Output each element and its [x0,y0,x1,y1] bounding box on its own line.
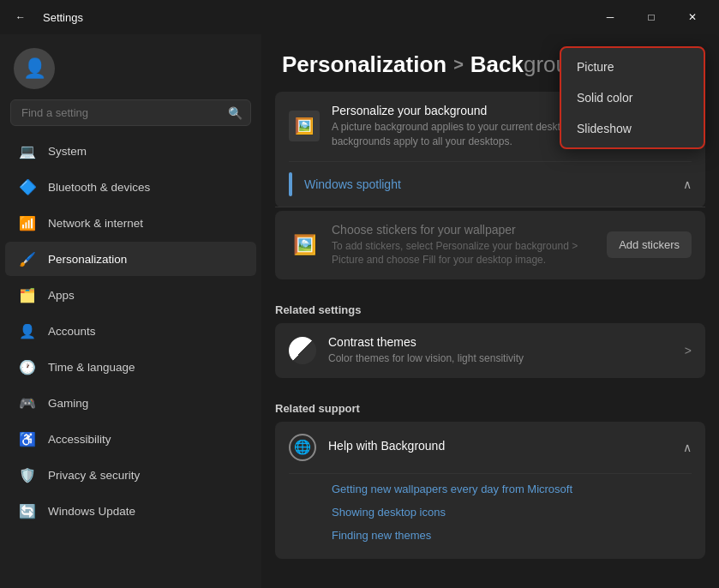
sticker-icon: 🖼️ [289,230,320,261]
windows-spotlight-label: Windows spotlight [304,177,671,191]
search-box[interactable]: 🔍 [10,99,251,126]
sidebar-item-time[interactable]: 🕐 Time & language [5,350,256,384]
search-input[interactable] [10,99,251,126]
minimize-button[interactable]: ─ [590,3,630,31]
contrast-themes-row: Contrast themes Color themes for low vis… [275,323,705,378]
accessibility-icon: ♿ [19,430,36,447]
network-icon: 📶 [19,214,36,231]
bluetooth-icon: 🔷 [19,178,36,195]
dropdown-item-slideshow[interactable]: Slideshow [561,113,704,144]
sidebar-item-system[interactable]: 💻 System [5,134,256,168]
sticker-card-text: Choose stickers for your wallpaper To ad… [332,223,595,268]
windows-spotlight-chevron[interactable]: ∧ [683,177,692,191]
background-icon: 🖼️ [289,111,320,141]
sidebar-item-label: Gaming [48,397,88,410]
spotlight-accent [289,172,292,196]
help-background-chevron[interactable]: ∧ [683,441,692,454]
avatar: 👤 [14,48,55,89]
title-bar: ← Settings ─ □ ✕ [0,0,719,34]
sidebar-item-accessibility[interactable]: ♿ Accessibility [5,422,256,456]
content-area: Picture Solid color Slideshow Personaliz… [261,34,719,588]
sidebar-item-apps[interactable]: 🗂️ Apps [5,278,256,312]
sidebar-item-label: Bluetooth & devices [48,181,150,194]
help-link-themes[interactable]: Finding new themes [289,524,692,547]
help-links: Getting new wallpapers every day from Mi… [275,474,705,559]
help-card-section: 🌐 Help with Background ∧ Getting new wal… [261,422,719,573]
windows-spotlight-row[interactable]: Windows spotlight ∧ [275,162,705,207]
contrast-themes-text: Contrast themes Color themes for low vis… [328,335,673,366]
app-body: 👤 🔍 💻 System 🔷 Bluetooth & devices 📶 Net… [0,34,719,588]
sidebar-item-update[interactable]: 🔄 Windows Update [5,494,256,528]
sidebar-item-label: Windows Update [48,505,135,518]
sticker-card-desc: To add stickers, select Personalize your… [332,239,595,268]
contrast-themes-title: Contrast themes [328,335,673,349]
help-link-wallpapers[interactable]: Getting new wallpapers every day from Mi… [289,477,692,501]
dropdown-item-picture[interactable]: Picture [561,51,704,82]
personalization-icon: 🖌️ [19,250,36,267]
help-background-card: 🌐 Help with Background ∧ Getting new wal… [275,422,705,559]
sidebar-item-label: Apps [48,289,75,302]
title-bar-left: ← Settings [7,3,83,31]
related-support-label: Related support [261,392,719,422]
add-stickers-button[interactable]: Add stickers [607,231,692,258]
contrast-themes-card[interactable]: Contrast themes Color themes for low vis… [275,323,705,378]
privacy-icon: 🛡️ [19,466,36,483]
help-globe-icon: 🌐 [289,434,316,461]
sticker-card: 🖼️ Choose stickers for your wallpaper To… [275,211,705,280]
gaming-icon: 🎮 [19,394,36,411]
window-controls: ─ □ ✕ [590,3,712,31]
system-icon: 💻 [19,142,36,159]
sticker-card-row: 🖼️ Choose stickers for your wallpaper To… [275,211,705,280]
back-button[interactable]: ← [7,3,34,31]
help-background-title: Help with Background [328,439,671,453]
sidebar-item-label: Privacy & security [48,469,140,482]
dropdown-item-solid-color[interactable]: Solid color [561,82,704,113]
apps-icon: 🗂️ [19,286,36,303]
sticker-card-title: Choose stickers for your wallpaper [332,223,595,237]
breadcrumb: Personalization [282,51,446,78]
sidebar-item-bluetooth[interactable]: 🔷 Bluetooth & devices [5,170,256,204]
related-settings-section: Related settings Contrast themes Color t… [261,293,719,392]
help-background-row[interactable]: 🌐 Help with Background ∧ [275,422,705,473]
contrast-themes-chevron: > [685,344,692,357]
sidebar-item-privacy[interactable]: 🛡️ Privacy & security [5,458,256,492]
sidebar-item-label: Network & internet [48,217,143,230]
app-title: Settings [43,11,83,24]
sidebar-item-label: Accounts [48,325,96,338]
contrast-icon [289,337,316,364]
sidebar-item-personalization[interactable]: 🖌️ Personalization [5,242,256,276]
breadcrumb-separator: > [453,55,464,75]
sidebar: 👤 🔍 💻 System 🔷 Bluetooth & devices 📶 Net… [0,34,261,588]
sidebar-item-accounts[interactable]: 👤 Accounts [5,314,256,348]
close-button[interactable]: ✕ [673,3,712,31]
sidebar-item-label: Time & language [48,361,135,374]
sidebar-item-label: Accessibility [48,433,111,446]
search-icon: 🔍 [228,106,243,120]
maximize-button[interactable]: □ [632,3,671,31]
accounts-icon: 👤 [19,322,36,339]
contrast-themes-desc: Color themes for low vision, light sensi… [328,351,673,366]
sidebar-item-gaming[interactable]: 🎮 Gaming [5,386,256,420]
user-profile: 👤 [0,34,261,99]
related-settings-label: Related settings [261,293,719,323]
time-icon: 🕐 [19,358,36,375]
update-icon: 🔄 [19,502,36,519]
sidebar-item-label: System [48,145,87,158]
related-support-section: Related support 🌐 Help with Background ∧… [261,392,719,573]
related-settings-cards: Contrast themes Color themes for low vis… [261,323,719,392]
background-dropdown-popup: Picture Solid color Slideshow [560,46,705,149]
sidebar-item-network[interactable]: 📶 Network & internet [5,206,256,240]
help-link-icons[interactable]: Showing desktop icons [289,501,692,524]
sidebar-item-label: Personalization [48,253,127,266]
